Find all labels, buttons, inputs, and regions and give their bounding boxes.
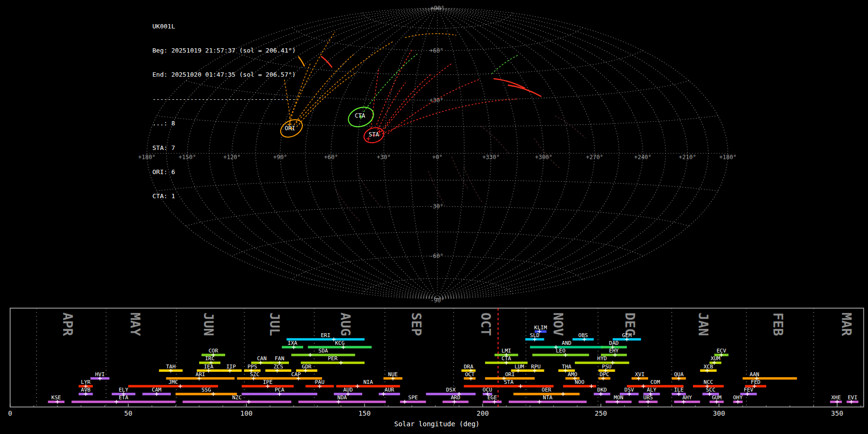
shower-bar-CAP (270, 377, 322, 380)
shower-bar-AND (530, 346, 603, 348)
x-tick-label: 350 (831, 409, 843, 417)
shower-bar-SSG (176, 393, 237, 395)
shower-label-SPE: SPE (408, 394, 418, 401)
x-axis: 050100150200250300350 (8, 404, 861, 417)
shower-label-ALY: ALY (647, 387, 656, 393)
map-longitude-label: +0° (432, 154, 443, 161)
month-label: APR (60, 312, 75, 337)
shower-label-SDA: SDA (318, 348, 328, 354)
shower-label-COM: COM (651, 379, 660, 385)
shower-label-MON: MON (614, 394, 624, 401)
shower-label-ARD: ARD (451, 394, 461, 401)
radiant-map-screen: +180°+150°+120°+90°+60°+30°+0°+330°+300°… (0, 0, 868, 434)
map-longitude-label: +330° (482, 154, 500, 161)
shower-label-OER: OER (542, 387, 551, 393)
month-label: SEP (409, 312, 424, 336)
activity-timeline: APRMAYJUNJULAUGSEPOCTNOVDECJANFEBMAR0501… (8, 308, 864, 428)
meteor-trail (289, 32, 335, 119)
month-label: OCT (478, 312, 493, 336)
meteor-trails (285, 32, 585, 222)
shower-label-EVI: EVI (848, 394, 857, 401)
meteor-trail (385, 63, 452, 128)
shower-label-EHY: EHY (609, 348, 619, 354)
meteor-trail (429, 171, 446, 206)
shower-label-ETA: ETA (119, 394, 128, 401)
map-parallel (362, 278, 513, 294)
shower-label-ERI: ERI (321, 332, 330, 339)
separator-line: -------------------------------------- (152, 95, 296, 104)
shower-label-NOO: NOO (575, 379, 584, 385)
shower-peak-NOO (589, 384, 593, 388)
shower-label-THA: THA (562, 364, 571, 370)
map-latitude-label: -60° (430, 253, 444, 259)
map-longitude-label: +60° (324, 154, 338, 161)
shower-label-LUM: LUM (515, 364, 524, 370)
shower-label-SSG: SSG (202, 387, 211, 393)
map-latitude-label: +60° (430, 47, 444, 54)
shower-bar-NDA (298, 401, 386, 403)
shower-label-SCC: SCC (706, 387, 716, 393)
shower-label-OBS: OBS (578, 332, 588, 339)
shower-label-FEV: FEV (744, 387, 753, 393)
shower-label-DAD: DAD (609, 340, 619, 346)
month-label: JUN (201, 312, 216, 336)
shower-bar-ETA (71, 401, 176, 403)
shower-bars: KLIMERISLDOBSGEMIXAKCGANDDADCORSDALMILEO… (48, 325, 858, 404)
count-ori: ORI: 6 (152, 168, 296, 176)
month-label: AUG (338, 312, 353, 336)
month-label: FEB (771, 312, 786, 336)
shower-label-XUM: XUM (711, 355, 720, 362)
meteor-trail (294, 54, 353, 124)
meteor-trail (464, 168, 483, 203)
x-tick-label: 50 (124, 409, 133, 417)
map-latitude-label: +30° (430, 97, 444, 104)
shower-label-DKD: DKD (597, 387, 607, 393)
shower-label-IXA: IXA (288, 340, 298, 346)
shower-label-NCC: NCC (704, 379, 713, 385)
meteor-trail (336, 190, 361, 222)
shower-peak-SSG (211, 392, 215, 396)
meteor-trail (381, 75, 430, 132)
shower-peak-SDA (308, 353, 312, 357)
shower-label-IIP: IIP (226, 364, 236, 370)
meteor-trail (481, 126, 509, 153)
shower-label-GDR: GDR (302, 364, 312, 370)
shower-label-CAN: CAN (257, 355, 267, 362)
map-parallel (292, 256, 583, 279)
shower-label-CAP: CAP (291, 371, 301, 378)
x-tick-label: 100 (240, 409, 252, 417)
shower-label-XHE: XHE (831, 394, 841, 401)
month-label: JUL (267, 312, 282, 336)
map-longitude-label: +210° (679, 154, 696, 161)
shower-label-KLIM: KLIM (534, 325, 547, 331)
observation-info-panel: UK001L Beg: 20251019 21:57:37 (sol = 206… (152, 6, 296, 217)
radiant-label-cta: CTA (355, 112, 366, 119)
shower-bar-STA (464, 385, 554, 387)
meteor-trail (508, 85, 541, 96)
meteor-trail (452, 157, 468, 189)
x-tick-label: 200 (476, 409, 488, 417)
count-sta: STA: 7 (152, 144, 296, 152)
map-north-pole-label: +90° (431, 5, 445, 12)
shower-bar-NTA (509, 401, 587, 403)
meteor-trail (322, 56, 332, 67)
map-longitude-label: +270° (586, 154, 603, 161)
map-south-pole-label: -90° (431, 297, 445, 304)
shower-label-AND: AND (562, 340, 571, 346)
shower-label-PSU: PSU (602, 364, 611, 370)
meteor-trail (377, 50, 411, 124)
count-unclassified: ...: 8 (152, 120, 296, 128)
shower-bar-EGE (483, 401, 502, 403)
x-axis-title: Solar longitude (deg) (394, 420, 479, 428)
shower-peak-ETA (115, 400, 119, 404)
shower-label-XVI: XVI (635, 371, 645, 378)
shower-peak-NIA (355, 384, 359, 388)
shower-peak-JMC (178, 384, 182, 388)
meteor-trail (494, 79, 525, 88)
shower-bar-ERI (286, 338, 365, 340)
shower-label-JMC: JMC (168, 379, 178, 385)
shower-label-LEO: LEO (556, 348, 566, 354)
shower-peak-COM (641, 384, 645, 388)
shower-label-NIA: NIA (363, 379, 373, 385)
shower-bar-KCG (308, 346, 371, 348)
